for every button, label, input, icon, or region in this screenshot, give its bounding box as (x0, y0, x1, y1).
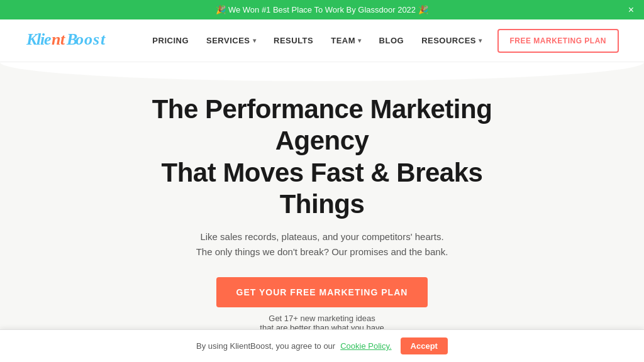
nav-link-resources[interactable]: RESOURCES ▾ (421, 36, 482, 45)
chevron-down-icon-resources: ▾ (479, 37, 482, 44)
nav-item-blog[interactable]: BLOG (379, 36, 404, 45)
nav-item-results[interactable]: RESULTS (274, 36, 313, 45)
announcement-text: 🎉 We Won #1 Best Place To Work By Glassd… (216, 5, 428, 14)
nav-link-blog[interactable]: BLOG (379, 36, 404, 45)
announcement-bar: 🎉 We Won #1 Best Place To Work By Glassd… (0, 0, 644, 19)
nav-link-pricing[interactable]: PRICING (152, 36, 189, 45)
hero-title: The Performance Marketing Agency That Mo… (146, 94, 498, 221)
announcement-close-button[interactable]: × (628, 5, 634, 15)
nav-link-team[interactable]: TEAM ▾ (331, 36, 361, 45)
nav-link-results[interactable]: RESULTS (274, 36, 313, 45)
nav-item-pricing[interactable]: PRICING (152, 36, 189, 45)
svg-text:e: e (44, 30, 52, 48)
svg-text:o: o (84, 30, 92, 48)
hero-subtitle: Like sales records, plateaus, and your c… (146, 229, 498, 260)
logo-text: K l i e n t B o o s t (25, 34, 113, 53)
cookie-text: By using KlientBoost, you agree to our (196, 341, 335, 351)
nav-item-team[interactable]: TEAM ▾ (331, 36, 361, 45)
svg-text:t: t (101, 30, 106, 48)
hero-content: The Performance Marketing Agency That Mo… (133, 81, 511, 332)
cookie-accept-button[interactable]: Accept (401, 337, 448, 354)
svg-text:t: t (60, 30, 65, 48)
nav-links: PRICING SERVICES ▾ RESULTS TEAM ▾ BLOG R… (152, 36, 482, 45)
nav-item-resources[interactable]: RESOURCES ▾ (421, 36, 482, 45)
nav-item-services[interactable]: SERVICES ▾ (206, 36, 256, 45)
nav-link-services[interactable]: SERVICES ▾ (206, 36, 256, 45)
chevron-down-icon-team: ▾ (358, 37, 362, 44)
chevron-down-icon: ▾ (253, 37, 257, 44)
hero-cta-button[interactable]: GET YOUR FREE MARKETING PLAN (216, 277, 428, 307)
nav-cta-button[interactable]: FREE MARKETING PLAN (497, 29, 619, 53)
svg-text:o: o (75, 30, 84, 48)
navbar: K l i e n t B o o s t PRICING SERVICES ▾ (0, 19, 644, 62)
svg-text:n: n (52, 30, 60, 48)
cookie-policy-link[interactable]: Cookie Policy. (340, 341, 391, 351)
svg-text:s: s (92, 30, 99, 48)
logo[interactable]: K l i e n t B o o s t (25, 27, 113, 54)
hero-section: The Performance Marketing Agency That Mo… (0, 62, 644, 362)
cookie-banner: By using KlientBoost, you agree to our C… (0, 329, 644, 362)
